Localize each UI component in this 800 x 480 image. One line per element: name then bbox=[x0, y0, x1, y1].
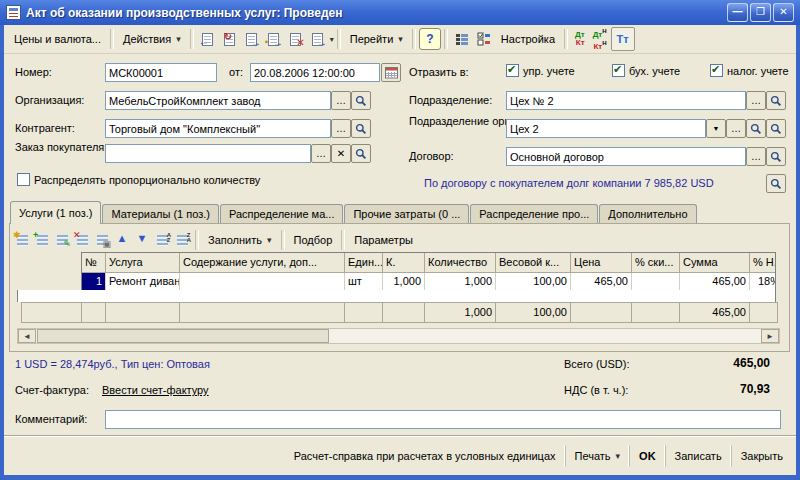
customer-order-open-button[interactable] bbox=[351, 144, 371, 163]
move-down-icon[interactable]: ▼ bbox=[132, 230, 152, 250]
reflect-accounting-checkbox[interactable]: бух. учете bbox=[612, 64, 680, 77]
distribute-checkbox[interactable]: Распределять пропорционально количеству bbox=[17, 173, 260, 186]
organization-ellipsis-button[interactable]: … bbox=[331, 91, 351, 110]
organization-input[interactable] bbox=[105, 91, 331, 110]
department-input[interactable] bbox=[506, 91, 746, 110]
enter-invoice-link[interactable]: Ввести счет-фактуру bbox=[102, 384, 209, 396]
sum-cell: 465,00 bbox=[680, 273, 750, 291]
column-header-weight: Весовой к... bbox=[496, 253, 571, 273]
add-row-icon[interactable]: ✱ bbox=[12, 230, 32, 250]
doc-back-icon[interactable]: ← bbox=[197, 28, 219, 50]
checkbox-checked-icon[interactable] bbox=[710, 64, 723, 77]
minimize-button[interactable]: — bbox=[727, 3, 748, 22]
checkbox-checked-icon[interactable] bbox=[612, 64, 625, 77]
chevron-down-icon[interactable]: ▾ bbox=[330, 35, 334, 44]
contract-open-button[interactable] bbox=[766, 147, 786, 166]
org-department-open-button[interactable] bbox=[746, 119, 766, 138]
customer-order-input[interactable] bbox=[105, 144, 311, 163]
goto-button[interactable]: Перейти bbox=[344, 28, 409, 50]
customer-order-clear-button[interactable]: ✕ bbox=[331, 144, 351, 163]
tab-other-distribution[interactable]: Распределение про... bbox=[470, 204, 598, 224]
list-settings-icon[interactable] bbox=[451, 28, 473, 50]
organization-open-button[interactable] bbox=[351, 91, 371, 110]
date-label: от: bbox=[229, 66, 243, 78]
save-button[interactable]: Записать bbox=[665, 445, 731, 467]
org-department-dropdown-button[interactable]: ▼ bbox=[706, 119, 726, 138]
print-button[interactable]: Печать bbox=[565, 445, 630, 467]
org-department-open2-button[interactable] bbox=[766, 119, 786, 138]
reflect-mgmt-checkbox[interactable]: упр. учете bbox=[506, 64, 575, 77]
calc-reference-button[interactable]: Расчет-справка при расчетах в условных е… bbox=[285, 445, 565, 467]
prices-currency-button[interactable]: Цены и валюта... bbox=[8, 28, 107, 50]
scroll-right-icon[interactable]: ► bbox=[761, 329, 779, 343]
close-button[interactable]: Закрыть bbox=[731, 445, 792, 467]
sort-asc-icon[interactable]: A Z bbox=[152, 230, 172, 250]
doc-output-icon[interactable]: → bbox=[307, 28, 329, 50]
comment-input[interactable] bbox=[105, 410, 781, 429]
department-open-button[interactable] bbox=[766, 91, 786, 110]
document-window: Акт об оказании производственных услуг: … bbox=[0, 0, 800, 480]
horizontal-scrollbar[interactable]: ◄ ► bbox=[17, 328, 780, 344]
number-input[interactable] bbox=[105, 63, 217, 82]
scroll-left-icon[interactable]: ◄ bbox=[18, 329, 36, 343]
discount-cell bbox=[632, 273, 680, 291]
edit-row-icon[interactable]: ✎ bbox=[52, 230, 72, 250]
tab-services[interactable]: Услуги (1 поз.) bbox=[10, 201, 101, 224]
reflect-tax-checkbox[interactable]: налог. учете bbox=[710, 64, 789, 77]
customer-order-ellipsis-button[interactable]: … bbox=[311, 144, 331, 163]
ok-button[interactable]: OK bbox=[629, 445, 665, 467]
dtkt-postings-button[interactable]: Дт Кт bbox=[571, 31, 589, 47]
doc-post-icon[interactable]: ▪→ bbox=[263, 28, 285, 50]
tab-material-distribution[interactable]: Распределение ма... bbox=[220, 204, 344, 224]
doc-copy-icon[interactable]: → bbox=[241, 28, 263, 50]
maximize-button[interactable]: ❐ bbox=[750, 3, 771, 22]
scrollbar-thumb[interactable] bbox=[37, 329, 329, 343]
comment-label: Комментарий: bbox=[15, 413, 87, 425]
sum-total: 465,00 bbox=[680, 303, 750, 322]
calendar-button[interactable] bbox=[381, 63, 401, 82]
doc-repost-icon[interactable]: ↻ bbox=[219, 28, 241, 50]
tab-materials[interactable]: Материалы (1 поз.) bbox=[102, 204, 219, 224]
close-window-button[interactable]: ✕ bbox=[773, 3, 794, 22]
document-app-icon bbox=[6, 5, 21, 20]
debt-open-button[interactable] bbox=[766, 174, 786, 193]
help-button[interactable]: ? bbox=[419, 28, 441, 50]
dtkt-tax-postings-button[interactable]: ДтН КтН bbox=[589, 27, 611, 50]
counterparty-input[interactable] bbox=[105, 119, 331, 138]
contract-input[interactable] bbox=[506, 147, 746, 166]
posting-mode-toggle-button[interactable]: Тт bbox=[611, 27, 635, 51]
parameters-button[interactable]: Параметры bbox=[348, 229, 419, 251]
date-input[interactable] bbox=[250, 63, 380, 82]
counterparty-open-button[interactable] bbox=[351, 119, 371, 138]
visibility-settings-icon[interactable] bbox=[473, 28, 495, 50]
pick-button[interactable]: Подбор bbox=[288, 229, 339, 251]
checkbox-checked-icon[interactable] bbox=[506, 64, 519, 77]
move-up-icon[interactable]: ▲ bbox=[112, 230, 132, 250]
vat-label: НДС (в т. ч.): bbox=[564, 384, 628, 396]
actions-button[interactable]: Действия bbox=[117, 28, 187, 50]
tab-other-costs[interactable]: Прочие затраты (0 ... bbox=[344, 204, 469, 224]
org-department-ellipsis-button[interactable]: … bbox=[726, 119, 746, 138]
fill-button[interactable]: Заполнить bbox=[202, 229, 278, 251]
sort-desc-icon[interactable]: Z A bbox=[172, 230, 192, 250]
quantity-total: 1,000 bbox=[425, 303, 496, 322]
settings-button[interactable]: Настройка bbox=[495, 28, 561, 50]
title-bar: Акт об оказании производственных услуг: … bbox=[0, 0, 800, 25]
contract-ellipsis-button[interactable]: … bbox=[746, 147, 766, 166]
total-label: Всего (USD): bbox=[564, 358, 630, 370]
contract-debt-info: По договору с покупателем долг компании … bbox=[424, 177, 714, 189]
checkbox-icon[interactable] bbox=[17, 173, 30, 186]
table-row[interactable]: 1 Ремонт дивана шт 1,000 1,000 100,00 46… bbox=[82, 273, 776, 291]
tab-additional[interactable]: Дополнительно bbox=[599, 204, 696, 224]
number-label: Номер: bbox=[15, 66, 52, 78]
delete-row-icon[interactable]: ✕ bbox=[72, 230, 92, 250]
department-ellipsis-button[interactable]: … bbox=[746, 91, 766, 110]
grid-empty-area bbox=[17, 290, 776, 302]
column-header-unit: Един... bbox=[345, 253, 383, 273]
org-department-input[interactable] bbox=[506, 119, 706, 138]
magnifier-icon bbox=[770, 151, 782, 163]
doc-unpost-icon[interactable]: ✕ bbox=[285, 28, 307, 50]
end-edit-icon[interactable]: ▣ bbox=[92, 230, 112, 250]
copy-row-icon[interactable]: + bbox=[32, 230, 52, 250]
counterparty-ellipsis-button[interactable]: … bbox=[331, 119, 351, 138]
